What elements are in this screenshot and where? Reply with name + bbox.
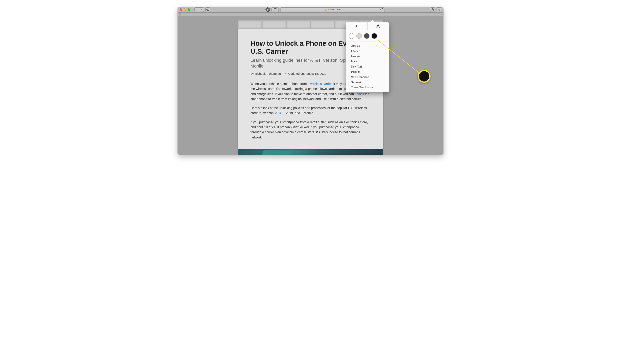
sidebar-button[interactable] bbox=[206, 7, 210, 12]
reader-appearance-button[interactable]: A A bbox=[380, 8, 384, 11]
forward-button[interactable]: › bbox=[199, 7, 204, 12]
chevron-left-icon: ‹ bbox=[196, 9, 197, 11]
theme-sepia-button[interactable] bbox=[356, 33, 362, 39]
theme-black-button[interactable] bbox=[372, 33, 377, 39]
check-icon: ✓ bbox=[350, 34, 353, 38]
privacy-report-button[interactable]: ◉ bbox=[265, 7, 270, 12]
link-unlock[interactable]: unlock bbox=[355, 92, 364, 96]
text: When you purchase a smartphone from a bbox=[250, 82, 310, 85]
toolbar-right bbox=[430, 7, 441, 12]
font-option-new-york[interactable]: New York bbox=[346, 64, 389, 69]
text: , Sprint, and T-Mobile. bbox=[283, 111, 314, 115]
font-option-san-francisco[interactable]: San Francisco bbox=[346, 75, 389, 80]
content-area: How to Unlock a Phone on Every U.S. Carr… bbox=[178, 16, 443, 155]
sidebar-icon bbox=[207, 9, 209, 11]
decrease-text-size-button[interactable]: A bbox=[346, 22, 367, 30]
font-option-palatino[interactable]: Palatino bbox=[346, 69, 389, 75]
address-host: lifewire.com bbox=[328, 8, 341, 11]
theme-swatch-row: ✓ bbox=[346, 30, 389, 42]
tabs-overview-button[interactable] bbox=[436, 7, 441, 12]
increase-text-size-button[interactable]: A bbox=[367, 22, 389, 30]
article-hero-image bbox=[238, 149, 383, 155]
svg-rect-0 bbox=[207, 9, 209, 11]
svg-rect-4 bbox=[438, 9, 440, 10]
theme-white-button[interactable]: ✓ bbox=[349, 33, 354, 39]
address-bar[interactable]: 🔒 lifewire.com A A bbox=[280, 7, 385, 12]
chevron-right-icon: › bbox=[201, 9, 202, 11]
share-button[interactable] bbox=[430, 7, 435, 12]
paragraph-icon bbox=[274, 8, 276, 11]
new-tab-button[interactable]: + bbox=[440, 13, 442, 16]
link-att[interactable]: AT&T bbox=[275, 111, 283, 115]
back-button[interactable]: ‹ bbox=[194, 7, 199, 12]
font-list: AthelasCharterGeorgiaIowanNew YorkPalati… bbox=[346, 42, 389, 92]
font-option-georgia[interactable]: Georgia bbox=[346, 54, 389, 59]
text-size-icon-large: A bbox=[381, 8, 383, 11]
theme-gray-button[interactable] bbox=[364, 33, 369, 39]
nav-segment: ‹ › bbox=[194, 7, 204, 12]
text-size-icon: A bbox=[380, 8, 381, 10]
font-option-times-new-roman[interactable]: Times New Roman bbox=[346, 85, 389, 90]
byline-prefix: by bbox=[250, 72, 255, 75]
article-paragraph: If you purchased your smartphone from a … bbox=[250, 120, 371, 140]
window-controls bbox=[180, 8, 190, 11]
reader-toggle-button[interactable] bbox=[272, 7, 279, 12]
byline-separator: • bbox=[285, 72, 286, 75]
browser-window: ‹ › ◉ 🔒 lifewire.com A A bbox=[178, 7, 443, 155]
font-option-athelas[interactable]: Athelas bbox=[346, 43, 389, 48]
show-all-tabs-button[interactable] bbox=[179, 13, 181, 16]
callout-highlight-circle bbox=[418, 70, 431, 83]
text-size-row: A A bbox=[346, 22, 389, 30]
reader-appearance-popover: A A ✓ AthelasCharterGeorgiaIowanNew York… bbox=[346, 22, 389, 92]
svg-rect-3 bbox=[438, 9, 440, 11]
close-window-button[interactable] bbox=[180, 8, 182, 11]
font-option-charter[interactable]: Charter bbox=[346, 48, 389, 54]
share-icon bbox=[431, 8, 434, 11]
article-paragraph: Here's a look at the unlocking policies … bbox=[250, 106, 371, 116]
toolbar: ‹ › ◉ 🔒 lifewire.com A A bbox=[178, 7, 443, 13]
font-option-seravek[interactable]: Seravek bbox=[346, 80, 389, 85]
maximize-window-button[interactable] bbox=[188, 8, 190, 11]
lock-icon: 🔒 bbox=[325, 9, 327, 11]
article-author: Michael Archambault bbox=[255, 72, 282, 75]
article-date: August 18, 2020 bbox=[305, 72, 326, 75]
minimize-window-button[interactable] bbox=[184, 8, 186, 11]
tab-strip: + bbox=[178, 13, 443, 16]
tabs-icon bbox=[438, 9, 440, 11]
updated-prefix: Updated on bbox=[288, 72, 305, 75]
font-option-iowan[interactable]: Iowan bbox=[346, 59, 389, 64]
link-wireless-carrier[interactable]: wireless carrier bbox=[310, 82, 332, 85]
shield-icon: ◉ bbox=[267, 8, 269, 11]
